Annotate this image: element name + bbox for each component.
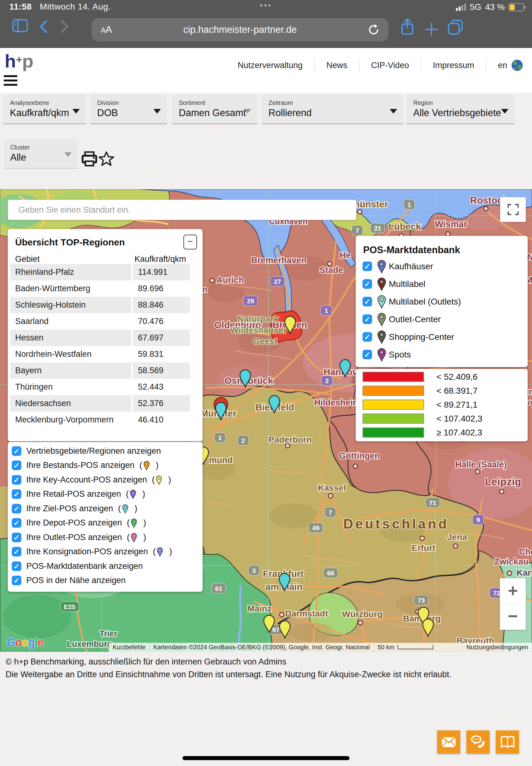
filter-division[interactable]: DivisionDOB: [90, 95, 167, 124]
checkbox[interactable]: ✓: [12, 576, 21, 585]
map-city-label: Darmstadt: [285, 609, 328, 618]
legend-threshold: < 107.402,3: [436, 414, 483, 424]
checkbox[interactable]: ✓: [363, 261, 372, 271]
layer-label: POS in der Nähe anzeigen: [26, 576, 126, 585]
back-icon[interactable]: [40, 20, 48, 33]
legend-color-swatch: [363, 372, 424, 382]
url-bar[interactable]: AA cip.hachmeister-partner.de: [92, 18, 388, 41]
layer-checkbox-row: ✓POS in der Nähe anzeigen: [8, 574, 203, 588]
nav-nutzerverwaltung[interactable]: Nutzerverwaltung: [226, 61, 314, 70]
checkbox[interactable]: ✓: [12, 562, 21, 571]
checkbox[interactable]: ✓: [363, 314, 372, 324]
chevron-down-icon: [501, 109, 508, 114]
terms-link[interactable]: Nutzungsbedingungen: [462, 643, 532, 652]
pos-category-row: ✓Outlet-Center: [356, 310, 528, 328]
svg-text:1: 1: [407, 201, 411, 208]
nav-language[interactable]: en: [486, 61, 507, 70]
reload-icon[interactable]: [368, 24, 380, 36]
road-badge: 7: [325, 507, 336, 517]
table-row[interactable]: Thüringen52.443: [8, 379, 203, 395]
map-city-label: He: [340, 250, 351, 260]
region-name: Mecklenburg-Vorpommern: [10, 412, 131, 428]
manual-button[interactable]: [496, 730, 519, 754]
new-tab-icon[interactable]: [424, 22, 439, 37]
google-logo[interactable]: Google: [7, 636, 43, 649]
map-canvas[interactable]: münsterCuxhavenLübeckRostockWismarBremer…: [0, 189, 532, 652]
legend-color-swatch: [363, 414, 424, 424]
forward-icon[interactable]: [61, 20, 69, 33]
table-row[interactable]: Saarland70.476: [8, 313, 203, 329]
legend-threshold: < 89.271,1: [436, 400, 478, 410]
region-name: Saarland: [10, 313, 131, 329]
checkbox[interactable]: ✓: [12, 547, 21, 557]
map-city-label: Trier: [100, 629, 117, 638]
map-city-label: Lübeck: [388, 221, 421, 231]
table-row[interactable]: Schleswig-Holstein88.846: [8, 297, 203, 313]
table-row[interactable]: Mecklenburg-Vorpommern46.410: [8, 412, 203, 428]
share-icon[interactable]: [400, 18, 414, 35]
table-row[interactable]: Baden-Württemberg89.696: [8, 280, 203, 297]
layer-checkbox-row: ✓Ihre Ziel-POS anzeigen ( ): [8, 501, 203, 516]
svg-text:7: 7: [355, 227, 359, 234]
map-city-label: Wildeshauser: [230, 325, 287, 335]
filter-analyseebene[interactable]: AnalyseebeneKaufkraft/qkm: [3, 95, 86, 124]
table-row[interactable]: Hessen67.697: [8, 329, 203, 346]
legend-color-swatch: [363, 386, 424, 396]
filter-sortiment[interactable]: SortimentDamen Gesamt: [172, 95, 257, 124]
city-dot: [507, 571, 512, 575]
pos-pin-icon: [143, 460, 150, 471]
pos-category-row: ✓Shopping-Center: [356, 328, 528, 346]
contact-chat-button[interactable]: [466, 730, 490, 754]
map-city-label: Kassel: [318, 483, 346, 493]
home-indicator[interactable]: [182, 756, 350, 760]
checkbox[interactable]: ✓: [363, 332, 372, 342]
filter-cluster[interactable]: ClusterAlle: [3, 139, 78, 169]
legend-row: < 107.402,3: [356, 412, 528, 426]
shortcuts-link[interactable]: Kurzbefehle: [109, 643, 149, 652]
pos-marktdatenbank-panel: POS-Marktdatenbank ✓Kaufhäuser✓Multilabe…: [356, 236, 528, 367]
city-dot: [475, 470, 480, 474]
filter-zeitraum[interactable]: ZeitraumRollierend: [262, 95, 403, 124]
checkbox[interactable]: ✓: [363, 279, 372, 289]
table-row[interactable]: Bayern58.569: [8, 362, 203, 379]
filter-region[interactable]: RegionAlle Vertriebsgebiete: [406, 95, 515, 124]
table-row[interactable]: Nordrhein-Westfalen59.831: [8, 346, 203, 362]
hp-logo[interactable]: h+p: [5, 50, 33, 72]
checkbox[interactable]: ✓: [12, 518, 21, 528]
table-row[interactable]: Rheinland-Pfalz114.991: [8, 264, 203, 280]
footer-line-2: Die Weitergabe an Dritte und Einsichtnah…: [6, 668, 452, 681]
search-input[interactable]: [8, 200, 367, 220]
top-regions-panel: Übersicht TOP-Regionen − Gebiet Kaufkraf…: [8, 229, 203, 441]
favorite-star-icon[interactable]: [98, 151, 114, 167]
checkbox[interactable]: ✓: [12, 533, 21, 542]
column-gebiet: Gebiet: [8, 254, 135, 264]
contact-mail-button[interactable]: [437, 730, 460, 754]
site-header: h+p Nutzerverwaltung News CIP-Video Impr…: [0, 48, 532, 93]
collapse-button[interactable]: −: [183, 234, 197, 249]
panel-title: Übersicht TOP-Regionen: [8, 229, 203, 247]
globe-icon[interactable]: [512, 60, 523, 71]
checkbox[interactable]: ✓: [363, 350, 372, 359]
fullscreen-button[interactable]: [500, 197, 526, 222]
legend-row: ≥ 107.402,3: [356, 426, 528, 440]
nav-impressum[interactable]: Impressum: [421, 61, 486, 70]
zoom-out-button[interactable]: −: [500, 604, 526, 629]
nav-cip-video[interactable]: CIP-Video: [359, 61, 421, 70]
checkbox[interactable]: ✓: [12, 461, 21, 470]
checkbox[interactable]: ✓: [12, 504, 21, 514]
sidebar-icon[interactable]: [12, 19, 28, 32]
checkbox[interactable]: ✓: [12, 446, 21, 456]
city-dot: [500, 489, 504, 494]
layer-label: Ihre Depot-POS anzeigen: [26, 518, 122, 528]
menu-icon[interactable]: [4, 75, 17, 88]
zoom-in-button[interactable]: +: [500, 578, 526, 604]
color-legend-panel: < 52.409,6< 68.391,7< 89.271,1< 107.402,…: [356, 369, 528, 441]
print-icon[interactable]: [81, 151, 97, 167]
table-row[interactable]: Niedersachsen52.376: [8, 395, 203, 412]
nav-news[interactable]: News: [315, 61, 359, 70]
checkbox[interactable]: ✓: [12, 475, 21, 485]
tabs-icon[interactable]: [447, 19, 463, 35]
checkbox[interactable]: ✓: [12, 489, 21, 499]
status-dots: •••: [0, 1, 532, 10]
checkbox[interactable]: ✓: [363, 297, 372, 306]
